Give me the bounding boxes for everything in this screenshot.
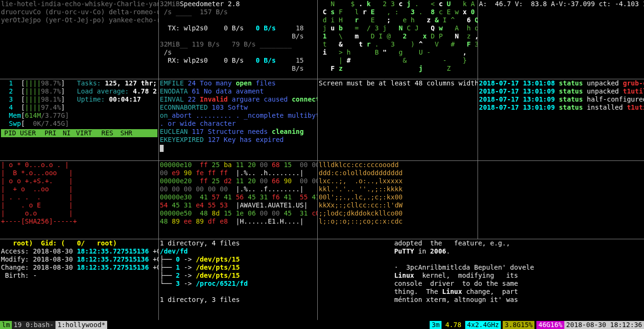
screen-width-msg: Screen must be at least 48 columns width	[319, 79, 477, 87]
htop-header: PID USER PRI NI VIRT RES SHR	[1, 129, 157, 137]
htop-meters: 1 [||||98.7%] Tasks: 125, 127 thr; 2 [||…	[1, 79, 157, 128]
cursor	[160, 145, 164, 152]
dpkg-lines: 2018-07-17 13:01:08 status unpacked grub…	[479, 79, 643, 112]
pane-speedometer: 32MiBSpeedometer 2.8 /s ____ 157 B/s TX:…	[159, 0, 318, 79]
cmatrix-text: N $ . k 2 3 c j . < c U k A C s F l r E …	[319, 0, 477, 73]
hex-lines: 00000e10 ff 25 ba 11 20 00 68 15 00 00 0…	[160, 161, 316, 226]
speedometer-content: 32MiBSpeedometer 2.8 /s ____ 157 B/s TX:…	[160, 0, 316, 73]
status-uptime: 3m	[430, 321, 442, 329]
pane-ssh-randomart: | o * 0...o.o . | | B *.o...ooo | | o o …	[0, 161, 159, 239]
pane-empty	[478, 161, 644, 239]
status-window-hollywood[interactable]: 1:hollywood*	[55, 321, 107, 329]
stat-lines: root) Gid: ( 0/ root) Access: 2018-08-30…	[1, 239, 157, 280]
pane-ascii-art: llldklcc:cc:cccooodd ddd:c:ololldodddddd…	[318, 161, 478, 239]
pane-mplayer-status: A: 46.7 V: 83.8 A-V:-37.099 ct: -4.103 1	[478, 0, 644, 79]
pane-narrow-msg: Screen must be at least 48 columns width	[318, 79, 478, 160]
status-cpu: 4x2.4GHz	[465, 321, 501, 329]
terminal-tmux-screen: lie-hotel-india-echo-whiskey-Charlie-yan…	[0, 0, 644, 329]
pane-tree: 1 directory, 4 files /dev/fd ├── 0 -> /d…	[159, 239, 318, 320]
phonetic-text: lie-hotel-india-echo-whiskey-Charlie-yan…	[1, 0, 157, 24]
status-disk: 46G16%	[536, 321, 564, 329]
status-datetime: 2018-08-30 18:12:36	[564, 321, 644, 329]
tree-lines: 1 directory, 4 files /dev/fd ├── 0 -> /d…	[160, 239, 316, 304]
pane-htop: 1 [||||98.7%] Tasks: 125, 127 thr; 2 [||…	[0, 79, 159, 160]
pane-phonetic-words: lie-hotel-india-echo-whiskey-Charlie-yan…	[0, 0, 159, 79]
status-session[interactable]: lm	[0, 321, 12, 329]
pane-dpkg-log: 2018-07-17 13:01:08 status unpacked grub…	[478, 79, 644, 160]
pane-cmatrix: N $ . k 2 3 c j . < c U k A C s F l r E …	[318, 0, 478, 79]
wiki-text: adopted the feature, e.g., PuTTY in 2006…	[346, 239, 643, 304]
status-load: 4.78	[443, 321, 463, 329]
pane-wiki: adopted the feature, e.g., PuTTY in 2006…	[318, 239, 644, 320]
tmux-statusbar[interactable]: lm 19 0:bash- 1:hollywood* 3m 4.78 4x2.4…	[0, 321, 644, 329]
av-sync-line: A: 46.7 V: 83.8 A-V:-37.099 ct: -4.103 1	[479, 0, 643, 8]
sha-art: | o * 0...o.o . | | B *.o...ooo | | o o …	[1, 161, 157, 226]
errno-list: EMFILE 24 Too many open files ENODATA 61…	[160, 79, 316, 144]
pane-stat: root) Gid: ( 0/ root) Access: 2018-08-30…	[0, 239, 159, 320]
pane-errno: EMFILE 24 Too many open files ENODATA 61…	[159, 79, 318, 160]
status-mem: 3.8G15%	[503, 321, 534, 329]
status-window-bash[interactable]: 19 0:bash-	[12, 321, 55, 329]
ascii-lines: llldklcc:cc:cccooodd ddd:c:ololldodddddd…	[319, 161, 477, 226]
pane-hexdump: 00000e10 ff 25 ba 11 20 00 68 15 00 00 0…	[159, 161, 318, 239]
